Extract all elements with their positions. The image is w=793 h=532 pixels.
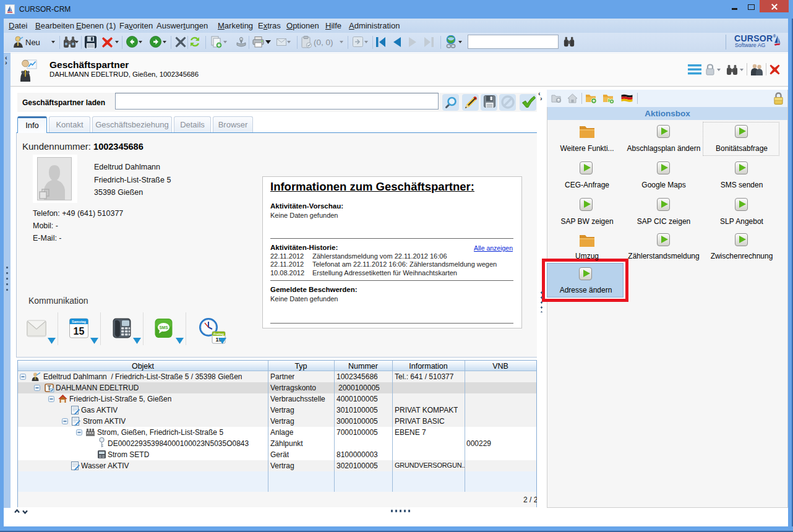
svg-text:Freitag: Freitag (213, 332, 224, 336)
svg-text:15: 15 (74, 326, 85, 337)
svg-text:SMS: SMS (159, 325, 168, 330)
svg-text:Samstag: Samstag (72, 320, 86, 324)
